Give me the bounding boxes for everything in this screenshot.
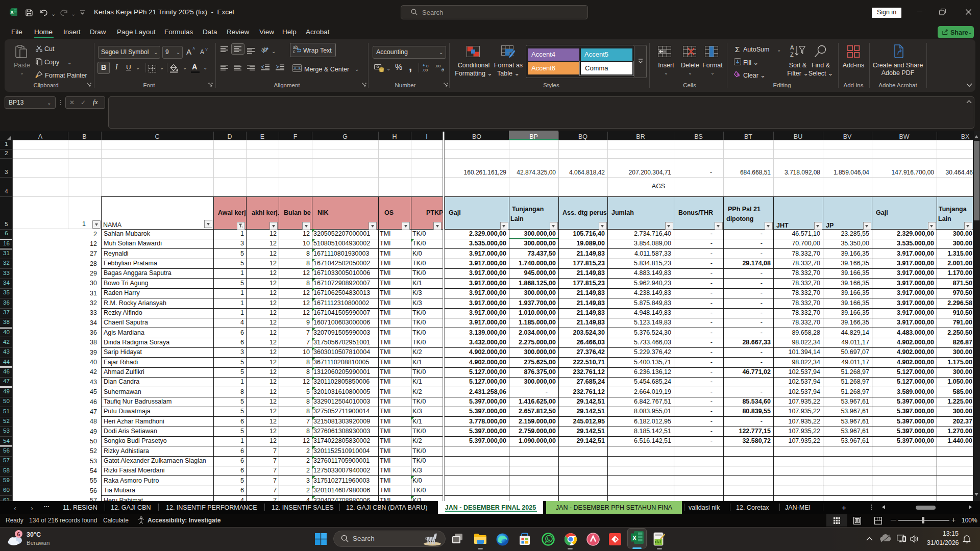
svg-text:.00: .00 [435, 64, 441, 68]
svg-text:X: X [632, 535, 636, 542]
svg-text:A: A [790, 44, 794, 51]
svg-text:Z: Z [790, 52, 794, 58]
svg-text:0: 0 [442, 68, 444, 72]
svg-text:X: X [10, 10, 13, 15]
svg-text:.00: .00 [422, 68, 428, 72]
